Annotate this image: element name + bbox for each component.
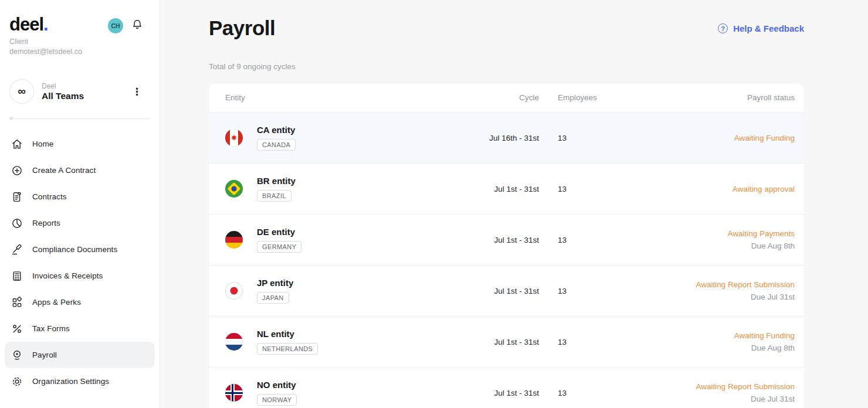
sidebar-item-label: Reports	[32, 219, 60, 227]
sidebar-item-label: Contracts	[32, 192, 67, 201]
sidebar-item-create-a-contract[interactable]: Create A Contract	[5, 157, 155, 183]
table-row[interactable]: JP entity JAPAN Jul 1st - 31st 13 Awaiti…	[209, 266, 804, 317]
country-badge: BRAZIL	[257, 190, 291, 202]
germany-flag-icon	[225, 231, 243, 249]
canada-flag-icon	[225, 129, 243, 147]
pie-chart-icon	[11, 217, 23, 230]
sidebar-item-apps-perks[interactable]: Apps & Perks	[5, 289, 155, 315]
notification-bell-icon[interactable]	[131, 19, 143, 33]
main-content: Payroll ? Help & Feedback Total of 9 ong…	[160, 0, 868, 408]
sidebar-header: deel. CH	[9, 15, 150, 33]
deel-logo-text: deel	[9, 14, 43, 35]
sidebar: deel. CH Client demotest@letsdeel.co ∞ D…	[0, 0, 160, 408]
help-feedback-link[interactable]: ? Help & Feedback	[718, 23, 804, 33]
home-icon	[11, 138, 23, 151]
deel-logo: deel.	[9, 15, 48, 33]
help-feedback-label: Help & Feedback	[733, 23, 804, 33]
sidebar-item-label: Apps & Perks	[32, 298, 81, 307]
apps-grid-icon	[11, 296, 23, 309]
employees-count: 13	[539, 185, 648, 193]
table-row[interactable]: DE entity GERMANY Jul 1st - 31st 13 Awai…	[209, 215, 804, 266]
country-badge: GERMANY	[257, 241, 301, 253]
sidebar-item-label: Compliance Documents	[32, 245, 117, 254]
payroll-status: Awaiting Report Submission	[696, 382, 795, 391]
sidebar-divider	[9, 117, 150, 120]
column-header-employees: Employees	[539, 93, 648, 102]
plus-circle-icon	[11, 164, 23, 177]
sidebar-item-home[interactable]: Home	[5, 131, 155, 157]
cycle-value: Jul 1st - 31st	[469, 236, 539, 244]
table-header-row: Entity Cycle Employees Payroll status	[209, 83, 804, 113]
sidebar-item-label: Invoices & Receipts	[32, 271, 103, 280]
sidebar-item-label: Home	[32, 140, 53, 148]
gear-icon	[11, 375, 23, 388]
payroll-status: Awaiting Funding	[734, 134, 795, 142]
cycle-value: Jul 1st - 31st	[469, 287, 539, 295]
table-row[interactable]: NO entity NORWAY Jul 1st - 31st 13 Await…	[209, 368, 804, 408]
column-header-entity: Entity	[225, 93, 469, 102]
sidebar-item-label: Tax Forms	[32, 324, 70, 333]
country-badge: NETHERLANDS	[257, 343, 318, 355]
table-row[interactable]: NL entity NETHERLANDS Jul 1st - 31st 13 …	[209, 317, 804, 368]
country-badge: NORWAY	[257, 394, 297, 406]
sidebar-nav: Home Create A Contract Contracts Reports…	[0, 128, 160, 395]
team-selector[interactable]: ∞ Deel All Teams ⋮	[9, 79, 150, 104]
netherlands-flag-icon	[225, 333, 243, 351]
norway-flag-icon	[225, 384, 243, 402]
entity-name: CA entity	[257, 125, 295, 135]
percent-icon	[11, 322, 23, 335]
payroll-table: Entity Cycle Employees Payroll status CA…	[209, 83, 804, 408]
entity-name: NO entity	[257, 380, 296, 390]
sidebar-item-reports[interactable]: Reports	[5, 210, 155, 236]
japan-flag-icon	[225, 282, 243, 300]
sidebar-item-compliance-documents[interactable]: Compliance Documents	[5, 236, 155, 263]
due-date: Due Jul 31st	[751, 395, 795, 403]
sidebar-item-tax-forms[interactable]: Tax Forms	[5, 315, 155, 342]
due-date: Due Jul 31st	[751, 293, 795, 301]
table-row[interactable]: CA entity CANADA Jul 16th - 31st 13 Awai…	[209, 113, 804, 164]
payroll-status: Awaiting Funding	[734, 331, 795, 340]
employees-count: 13	[539, 236, 648, 244]
team-name-label: All Teams	[42, 91, 130, 101]
help-question-icon: ?	[718, 23, 728, 33]
payroll-status: Awaiting approval	[733, 185, 795, 193]
entity-name: JP entity	[257, 278, 293, 288]
contract-icon	[11, 191, 23, 203]
coin-icon	[11, 349, 23, 362]
user-avatar[interactable]: CH	[108, 18, 123, 33]
employees-count: 13	[539, 389, 648, 397]
entity-name: DE entity	[257, 227, 295, 237]
sidebar-item-invoices-receipts[interactable]: Invoices & Receipts	[5, 263, 155, 289]
due-date: Due Aug 8th	[751, 242, 795, 250]
kebab-menu-icon[interactable]: ⋮	[130, 83, 150, 100]
deel-logo-dot: .	[43, 14, 48, 35]
country-badge: JAPAN	[257, 292, 289, 304]
sidebar-item-label: Payroll	[32, 351, 57, 359]
cycles-summary: Total of 9 ongoing cycles	[209, 62, 804, 71]
page-title: Payroll	[209, 16, 275, 40]
entity-name: NL entity	[257, 329, 294, 339]
sidebar-item-label: Create A Contract	[32, 166, 96, 175]
sidebar-item-contracts[interactable]: Contracts	[5, 183, 155, 210]
sidebar-item-organization-settings[interactable]: Organization Settings	[5, 368, 155, 395]
receipt-icon	[11, 270, 23, 283]
team-org-label: Deel	[42, 82, 130, 90]
payroll-status: Awaiting Report Submission	[696, 280, 795, 289]
table-row[interactable]: BR entity BRAZIL Jul 1st - 31st 13 Await…	[209, 164, 804, 215]
sidebar-item-payroll[interactable]: Payroll	[5, 342, 155, 368]
column-header-cycle: Cycle	[469, 93, 539, 102]
column-header-payroll-status: Payroll status	[648, 93, 795, 102]
account-type-label: Client	[9, 38, 150, 46]
cycle-value: Jul 1st - 31st	[469, 185, 539, 193]
payroll-status: Awaiting Payments	[727, 229, 795, 238]
team-avatar-infinity-icon: ∞	[9, 79, 34, 104]
cycle-value: Jul 16th - 31st	[469, 134, 539, 142]
account-email: demotest@letsdeel.co	[9, 47, 150, 56]
cycle-value: Jul 1st - 31st	[469, 389, 539, 397]
entity-name: BR entity	[257, 176, 296, 186]
due-date: Due Aug 8th	[751, 344, 795, 352]
employees-count: 13	[539, 287, 648, 295]
brazil-flag-icon	[225, 180, 243, 198]
sidebar-item-label: Organization Settings	[32, 377, 109, 386]
employees-count: 13	[539, 338, 648, 346]
